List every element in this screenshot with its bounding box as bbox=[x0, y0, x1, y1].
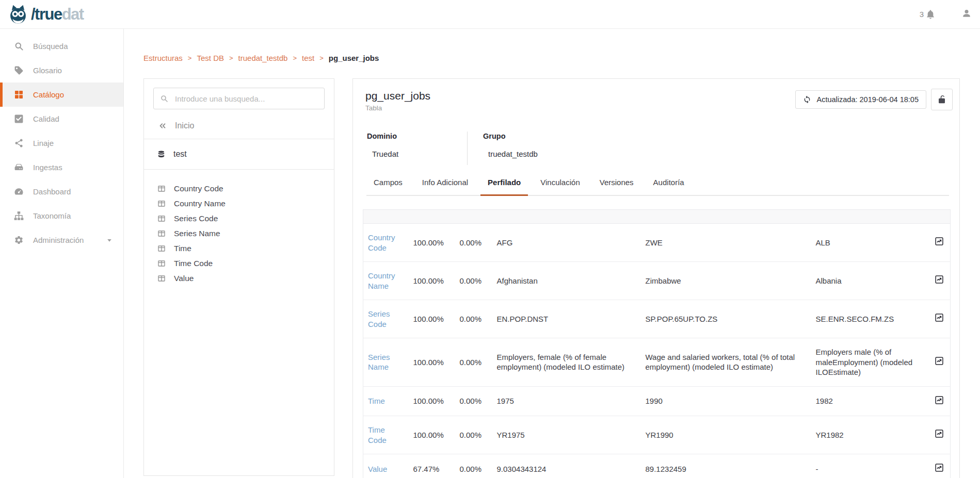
table-columns-icon bbox=[157, 244, 166, 253]
tags-icon bbox=[14, 65, 24, 75]
tree-column-item[interactable]: Series Code bbox=[144, 211, 334, 226]
tree-column-label: Series Code bbox=[174, 214, 218, 223]
sidebar-item[interactable]: Administración bbox=[0, 228, 123, 252]
field-link[interactable]: Value bbox=[368, 465, 387, 473]
column-header bbox=[641, 210, 811, 224]
lowest-value: EN.POP.DNST bbox=[492, 300, 641, 338]
tree-column-label: Time bbox=[174, 244, 191, 253]
view-distribution-button[interactable] bbox=[935, 395, 944, 407]
column-header bbox=[409, 210, 455, 224]
mode-value: YR1982 bbox=[811, 416, 927, 454]
tree-parent-node[interactable]: test bbox=[144, 139, 334, 170]
chevron-down-icon bbox=[106, 237, 113, 244]
tab[interactable]: Campos bbox=[366, 177, 410, 195]
profile-row: Value 67.47% 0.00% 9.0304343124 89.12324… bbox=[363, 454, 951, 478]
profile-row: Time Code 100.00% 0.00% YR1975 YR1990 YR… bbox=[363, 416, 951, 454]
sidebar-item[interactable]: Búsqueda bbox=[0, 34, 123, 58]
tree-back-button[interactable]: Inicio bbox=[144, 117, 334, 139]
view-distribution-button[interactable] bbox=[935, 463, 944, 475]
tab[interactable]: Info Adicional bbox=[415, 177, 475, 195]
truedat-logo[interactable]: /truedat bbox=[7, 4, 84, 25]
tree-column-label: Country Name bbox=[174, 199, 226, 208]
meta-value: truedat_testdb bbox=[483, 149, 538, 159]
mode-value: Employers male (% of maleEmployment) (mo… bbox=[811, 338, 927, 387]
sidebar-item[interactable]: Taxonomía bbox=[0, 204, 123, 228]
tree-back-label: Inicio bbox=[175, 121, 194, 130]
sidebar-item[interactable]: Ingestas bbox=[0, 155, 123, 179]
tree-search-input[interactable] bbox=[174, 94, 318, 104]
unlock-icon bbox=[937, 95, 946, 104]
unique-pct: 67.47% bbox=[409, 454, 455, 478]
tree-column-item[interactable]: Time bbox=[144, 241, 334, 256]
field-link[interactable]: Series Name bbox=[368, 353, 390, 372]
breadcrumb-link[interactable]: test bbox=[302, 54, 314, 62]
field-name-cell: Series Name bbox=[363, 338, 409, 387]
unique-pct: 100.00% bbox=[409, 224, 455, 262]
table-columns-icon bbox=[157, 229, 166, 238]
highest-value: Zimbabwe bbox=[641, 262, 811, 300]
field-link[interactable]: Time bbox=[368, 397, 385, 405]
nulls-pct: 0.00% bbox=[455, 454, 492, 478]
breadcrumb-link[interactable]: Test DB bbox=[197, 54, 224, 62]
table-columns-icon bbox=[157, 200, 166, 208]
sidebar-item[interactable]: Calidad bbox=[0, 107, 123, 131]
view-distribution-button[interactable] bbox=[935, 313, 944, 325]
view-distribution-button[interactable] bbox=[935, 429, 944, 441]
highest-value: 1990 bbox=[641, 386, 811, 416]
meta-label: Dominio bbox=[367, 131, 467, 141]
view-distribution-button[interactable] bbox=[935, 356, 944, 368]
breadcrumb-separator: > bbox=[188, 54, 192, 62]
tab[interactable]: Perfilado bbox=[480, 177, 528, 195]
tree-column-item[interactable]: Series Name bbox=[144, 226, 334, 241]
column-header bbox=[455, 210, 492, 224]
tree-column-item[interactable]: Value bbox=[144, 271, 334, 286]
hdd-icon bbox=[14, 162, 24, 172]
view-distribution-button[interactable] bbox=[935, 275, 944, 287]
tab[interactable]: Vinculación bbox=[533, 177, 587, 195]
tab-label: Auditoría bbox=[653, 178, 684, 187]
tab[interactable]: Versiones bbox=[592, 177, 641, 195]
breadcrumb-item: Test DB > bbox=[197, 54, 238, 62]
unlock-button[interactable] bbox=[931, 89, 953, 110]
breadcrumb-item: truedat_testdb > bbox=[238, 54, 302, 62]
nulls-pct: 0.00% bbox=[455, 386, 492, 416]
profile-row: Series Code 100.00% 0.00% EN.POP.DNST SP… bbox=[363, 300, 951, 338]
structure-tree-panel: Inicio test Country Code bbox=[143, 78, 334, 476]
field-link[interactable]: Country Name bbox=[368, 271, 395, 290]
breadcrumb-links: Estructuras > Test DB > truedat_testdb >… bbox=[143, 54, 329, 62]
gear-icon bbox=[14, 235, 24, 245]
nulls-pct: 0.00% bbox=[455, 338, 492, 387]
breadcrumb-link[interactable]: truedat_testdb bbox=[238, 54, 288, 62]
sidebar-item[interactable]: Linaje bbox=[0, 131, 123, 155]
tree-column-label: Time Code bbox=[174, 259, 213, 268]
field-name-cell: Value bbox=[363, 454, 409, 478]
tree-parent-label: test bbox=[173, 150, 187, 159]
tab[interactable]: Auditoría bbox=[646, 177, 692, 195]
user-menu-button[interactable] bbox=[961, 8, 972, 21]
view-distribution-button[interactable] bbox=[935, 237, 944, 249]
field-link[interactable]: Time Code bbox=[368, 425, 387, 444]
sidebar-item[interactable]: Catálogo bbox=[0, 83, 123, 107]
sidebar-item[interactable]: Glosario bbox=[0, 58, 123, 83]
refresh-button[interactable]: Actualizada: 2019-06-04 18:05 bbox=[795, 90, 926, 109]
tree-column-item[interactable]: Country Code bbox=[144, 181, 334, 196]
breadcrumb-link[interactable]: Estructuras bbox=[143, 54, 183, 62]
tab-label: Perfilado bbox=[488, 178, 521, 187]
check-square-icon bbox=[14, 114, 24, 124]
field-link[interactable]: Series Code bbox=[368, 309, 390, 328]
column-header-actions bbox=[927, 210, 951, 224]
logo-text-secondary: dat bbox=[62, 5, 84, 23]
notifications-button[interactable]: 3 bbox=[920, 9, 936, 20]
tree-column-item[interactable]: Country Name bbox=[144, 196, 334, 211]
sidebar-item[interactable]: Dashboard bbox=[0, 179, 123, 204]
mode-value: SE.ENR.SECO.FM.ZS bbox=[811, 300, 927, 338]
tree-column-label: Country Code bbox=[174, 184, 223, 193]
tree-column-item[interactable]: Time Code bbox=[144, 256, 334, 271]
table-columns-icon bbox=[157, 185, 166, 193]
row-actions-cell bbox=[927, 224, 951, 262]
breadcrumb-current: pg_user_jobs bbox=[329, 54, 379, 62]
sidebar-item-label: Glosario bbox=[33, 66, 62, 75]
lowest-value: Afghanistan bbox=[492, 262, 641, 300]
row-actions-cell bbox=[927, 338, 951, 387]
field-link[interactable]: Country Code bbox=[368, 233, 395, 252]
